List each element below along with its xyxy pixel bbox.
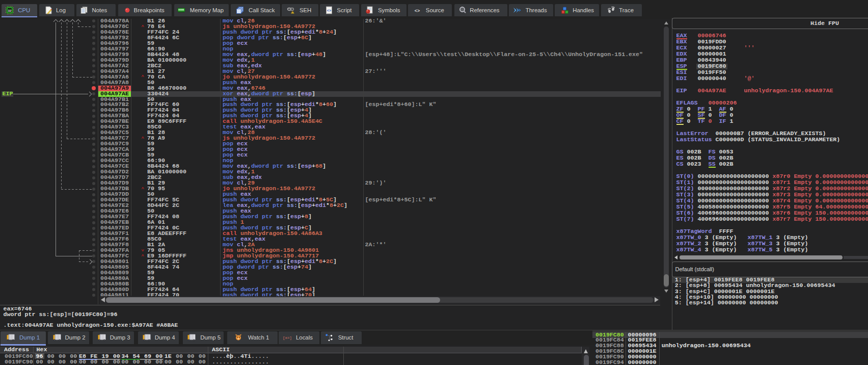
svg-text:<>: <> [327,9,331,13]
svg-text:32: 32 [8,9,12,12]
svg-text:[x=]: [x=] [283,336,291,340]
svg-text:<>: <> [415,8,420,13]
